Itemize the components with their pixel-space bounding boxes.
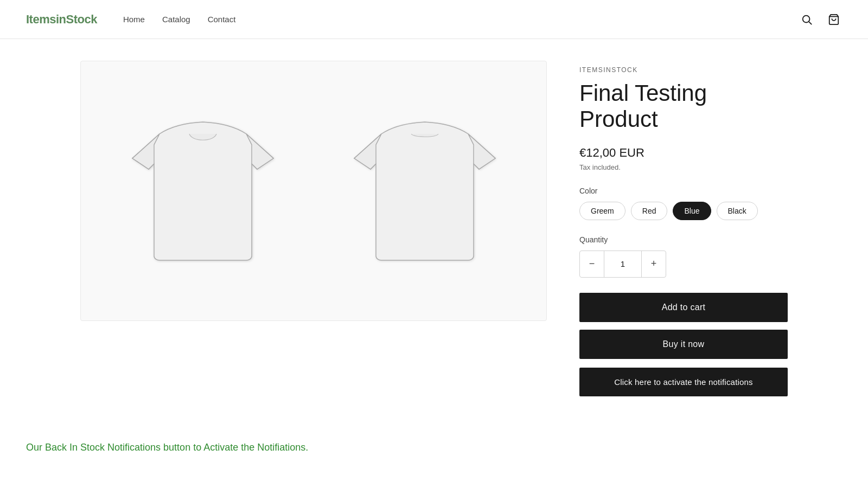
- product-gallery: [80, 61, 547, 396]
- color-label: Color: [579, 187, 788, 195]
- product-title: Final Testing Product: [579, 80, 788, 133]
- tshirt-front: [97, 99, 308, 283]
- color-greem[interactable]: Greem: [579, 202, 626, 220]
- site-logo[interactable]: ItemsinStock: [26, 12, 97, 27]
- header: ItemsinStock Home Catalog Contact: [0, 0, 868, 39]
- svg-line-1: [809, 22, 812, 24]
- nav-contact[interactable]: Contact: [208, 15, 236, 24]
- quantity-label: Quantity: [579, 235, 788, 244]
- svg-point-0: [803, 15, 810, 22]
- gallery-container: [80, 61, 547, 321]
- product-vendor: ITEMSINSTOCK: [579, 66, 788, 74]
- logo-text: ItemsinStock: [26, 12, 97, 26]
- cart-icon: [828, 14, 840, 25]
- main-nav: Home Catalog Contact: [123, 15, 799, 24]
- main-content: ITEMSINSTOCK Final Testing Product €12,0…: [54, 39, 814, 429]
- product-info: ITEMSINSTOCK Final Testing Product €12,0…: [579, 61, 788, 396]
- add-to-cart-button[interactable]: Add to cart: [579, 293, 788, 322]
- notify-button[interactable]: Click here to activate the notifications: [579, 368, 788, 396]
- quantity-increase[interactable]: +: [642, 251, 666, 277]
- nav-catalog[interactable]: Catalog: [162, 15, 190, 24]
- tshirt-back-svg: [327, 99, 522, 283]
- quantity-decrease[interactable]: −: [580, 251, 604, 277]
- color-blue[interactable]: Blue: [673, 202, 711, 220]
- tshirt-front-svg: [105, 99, 301, 283]
- cart-button[interactable]: [826, 11, 842, 28]
- color-options: Greem Red Blue Black: [579, 202, 788, 220]
- buy-now-button[interactable]: Buy it now: [579, 330, 788, 359]
- quantity-control: − 1 +: [579, 251, 666, 278]
- bottom-banner: Our Back In Stock Notifications button t…: [0, 429, 868, 466]
- color-black[interactable]: Black: [717, 202, 758, 220]
- quantity-value: 1: [604, 251, 642, 277]
- product-price: €12,00 EUR: [579, 146, 788, 160]
- tshirt-back: [319, 99, 530, 283]
- color-red[interactable]: Red: [631, 202, 668, 220]
- product-tax: Tax included.: [579, 163, 788, 171]
- search-button[interactable]: [799, 11, 815, 28]
- header-actions: [799, 11, 842, 28]
- back-in-stock-text: Our Back In Stock Notifications button t…: [26, 442, 308, 453]
- search-icon: [801, 14, 813, 25]
- nav-home[interactable]: Home: [123, 15, 145, 24]
